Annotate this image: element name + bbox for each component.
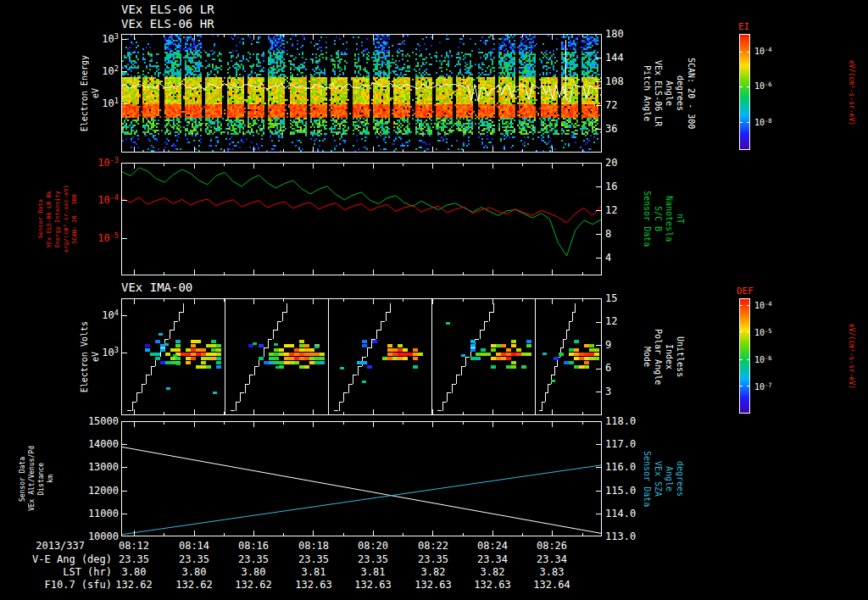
orbit-right-axis-label-line: degrees: [676, 461, 685, 497]
orbit-right-tick: 115.0: [605, 486, 646, 497]
footer-value: 132.62: [231, 580, 275, 591]
els-colorbar-title: EI: [738, 22, 749, 32]
ima-spectrogram-canvas: [121, 298, 602, 415]
bfield-right-axis-label-line: S/C B: [654, 206, 663, 231]
els-title-hr: VEx ELS-06 HR: [121, 18, 214, 31]
orbit-y-tick: 15000: [75, 416, 119, 427]
footer-value: 132.62: [112, 580, 156, 591]
orbit-y-tick: 14000: [75, 439, 119, 450]
footer-value: 23.35: [411, 554, 455, 565]
orbit-right-axis-label-line: VEx SZA: [654, 461, 663, 497]
orbit-right-axis-label-line: Sensor Data: [643, 451, 652, 507]
date-label: 2013/337: [5, 541, 85, 552]
els-right-axis-label-line: Angle: [665, 81, 674, 106]
ima-right-tick: 3: [605, 386, 639, 397]
bfield-right-axis-label: Sensor Data S/C B Nanotesla nT: [643, 163, 702, 275]
ima-right-tick: 12: [605, 316, 639, 327]
time-tick-label: 08:22: [415, 541, 452, 552]
ima-right-axis-label-line: Mode: [643, 347, 652, 367]
footer-value: 23.35: [351, 554, 395, 565]
orbit-right-tick: 117.0: [605, 439, 646, 450]
orbit-right-tick: 114.0: [605, 508, 646, 519]
els-colorbar-tick: 10-4: [754, 47, 792, 56]
orbit-left-axis-label-line: Sensor Data: [19, 457, 26, 502]
footer-value: 23.34: [470, 554, 515, 565]
ima-right-tick: 15: [605, 293, 639, 304]
footer-value: 132.63: [470, 580, 515, 591]
time-tick-label: 08:26: [533, 541, 570, 552]
bfield-right-axis-label-line: Sensor Data: [643, 191, 652, 247]
els-right-tick: 36: [605, 124, 639, 135]
ima-colorbar-title: DEF: [737, 286, 754, 297]
bfield-left-axis-label-line: VEx ELS-06 LR Bk: [46, 191, 53, 247]
els-y-axis-label-line: eV: [91, 88, 100, 98]
bfield-right-tick: 12: [605, 205, 639, 216]
footer-value: 23.35: [231, 554, 275, 565]
orbit-y-tick: 11000: [75, 508, 119, 519]
footer-row-label: F10.7 (sfu): [5, 580, 112, 591]
footer-value: 3.80: [231, 567, 275, 578]
bfield-y-tick: 10-5: [85, 233, 119, 244]
bfield-right-tick: 20: [605, 158, 639, 169]
bfield-line-canvas: [121, 163, 602, 275]
time-tick-label: 08:20: [354, 541, 392, 552]
orbit-y-tick: 13000: [75, 462, 119, 473]
footer-value: 3.80: [172, 567, 216, 578]
footer-value: 132.63: [292, 580, 336, 591]
bfield-right-tick: 16: [605, 181, 639, 192]
els-colorbar-tick: 10-6: [754, 81, 792, 91]
footer-row-label: LST (hr): [5, 567, 112, 578]
bfield-left-axis-label-line: Energy Intensity: [54, 191, 61, 247]
time-tick-label: 08:18: [295, 541, 332, 552]
footer-value: 23.35: [172, 554, 216, 565]
orbit-line-canvas: [121, 421, 602, 536]
footer-value: 3.83: [530, 567, 574, 578]
els-right-axis-label: Pitch Angle VEx ELS-06 LR Angle degrees …: [643, 34, 727, 153]
footer-value: 132.64: [530, 580, 574, 591]
orbit-left-axis-label-line: VEx Alt/Venus/Pd: [28, 446, 36, 511]
footer-value: 3.81: [292, 567, 336, 578]
bfield-right-axis-label-line: nT: [676, 214, 685, 224]
els-right-tick: 144: [605, 53, 639, 64]
bfield-y-tick: 10-3: [85, 158, 119, 169]
els-colorbar-unit-label: eV/(cm²-s-sr-eV): [848, 34, 860, 153]
ima-right-tick: 6: [605, 363, 639, 374]
ima-colorbar-tick: 10-5: [754, 328, 792, 337]
ima-colorbar-tick: 10-6: [754, 355, 792, 364]
ima-y-tick: 103: [85, 347, 119, 358]
bfield-left-axis-label-line: erg/(cm²-sr-sec-eV): [63, 185, 70, 253]
bfield-left-axis-label-line: Sensor Data: [37, 199, 44, 238]
els-right-axis-label-line: Pitch Angle: [643, 65, 652, 121]
bfield-y-tick: 10-4: [85, 195, 119, 206]
els-spectrogram-canvas: [121, 34, 602, 153]
els-y-tick: 102: [85, 66, 119, 77]
els-colorbar-tick: 10-8: [754, 118, 792, 127]
ima-colorbar-unit-text: eV/(cm²-s-sr-eV): [848, 324, 855, 389]
footer-value: 132.63: [411, 580, 455, 591]
els-colorbar-unit-text: eV/(cm²-s-sr-eV): [848, 60, 855, 125]
footer-row-label: V-E Ang (deg): [5, 554, 112, 565]
ima-colorbar-canvas: [739, 298, 750, 414]
els-title-lr: VEx ELS-06 LR: [121, 3, 214, 16]
els-right-axis-label-line: SCAN: 20 - 300: [687, 58, 696, 129]
ima-right-axis-label: Mode Polar Angle Index Unitless: [643, 298, 702, 415]
vex-quicklook-plot-page: VEx ELS-06 LR VEx ELS-06 HR Electron Ene…: [0, 0, 868, 600]
els-right-axis-label-line: VEx ELS-06 LR: [654, 60, 663, 126]
els-right-tick: 72: [605, 100, 639, 111]
els-y-tick: 101: [85, 98, 119, 109]
ima-right-axis-label-line: Unitless: [676, 336, 685, 377]
els-colorbar-canvas: [739, 34, 750, 150]
orbit-right-tick: 113.0: [605, 531, 646, 542]
bfield-right-tick: 4: [605, 253, 639, 264]
orbit-right-tick: 118.0: [605, 416, 646, 427]
orbit-y-tick: 12000: [75, 486, 119, 497]
footer-value: 3.81: [351, 567, 395, 578]
bfield-right-tick: 8: [605, 229, 639, 240]
ima-colorbar-unit-label: eV/(cm²-s-sr-eV): [848, 298, 860, 415]
bfield-right-axis-label-line: Nanotesla: [665, 196, 674, 242]
time-tick-label: 08:16: [235, 541, 272, 552]
els-y-tick: 103: [85, 34, 119, 45]
footer-value: 3.82: [470, 567, 515, 578]
time-tick-label: 08:24: [474, 541, 511, 552]
time-tick-label: 08:14: [175, 541, 213, 552]
